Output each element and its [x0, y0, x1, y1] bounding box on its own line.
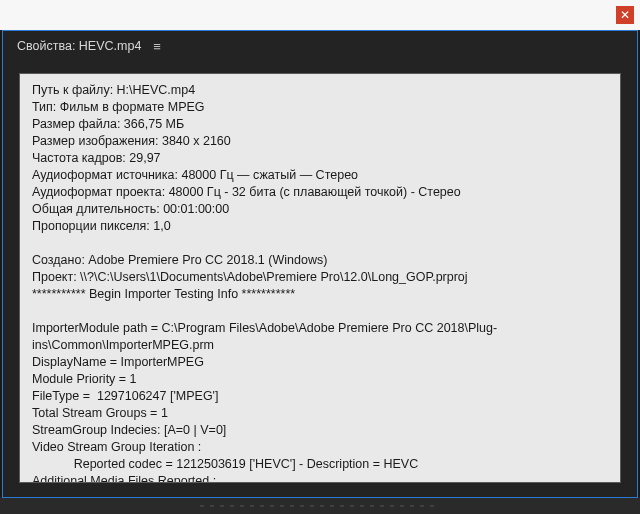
properties-box: Путь к файлу: H:\HEVC.mp4Тип: Фильм в фо… [19, 73, 621, 483]
property-line: ImporterModule path = C:\Program Files\A… [32, 320, 608, 354]
property-line: Тип: Фильм в формате MPEG [32, 99, 608, 116]
panel-title: Свойства: HEVC.mp4 [17, 39, 141, 53]
panel-header: Свойства: HEVC.mp4 ≡ [3, 31, 637, 61]
property-line: Частота кадров: 29,97 [32, 150, 608, 167]
property-line: Размер файла: 366,75 МБ [32, 116, 608, 133]
property-line: Путь к файлу: H:\HEVC.mp4 [32, 82, 608, 99]
property-line: Module Priority = 1 [32, 371, 608, 388]
property-line [32, 303, 608, 320]
property-line: Total Stream Groups = 1 [32, 405, 608, 422]
property-line: StreamGroup Indecies: [A=0 | V=0] [32, 422, 608, 439]
property-line: Аудиоформат источника: 48000 Гц — сжатый… [32, 167, 608, 184]
property-line: Пропорции пикселя: 1,0 [32, 218, 608, 235]
property-line: Video Stream Group Iteration : [32, 439, 608, 456]
property-line: Общая длительность: 00:01:00:00 [32, 201, 608, 218]
properties-panel: Свойства: HEVC.mp4 ≡ Путь к файлу: H:\HE… [2, 30, 638, 498]
properties-text[interactable]: Путь к файлу: H:\HEVC.mp4Тип: Фильм в фо… [20, 74, 620, 482]
app-top-bar: ✕ [0, 0, 640, 30]
property-line: Проект: \\?\C:\Users\1\Documents\Adobe\P… [32, 269, 608, 286]
close-button[interactable]: ✕ [616, 6, 634, 24]
property-line: Аудиоформат проекта: 48000 Гц - 32 бита … [32, 184, 608, 201]
footer-strip [0, 498, 640, 514]
panel-menu-icon[interactable]: ≡ [153, 39, 161, 54]
property-line: Размер изображения: 3840 x 2160 [32, 133, 608, 150]
property-line [32, 235, 608, 252]
property-line: Reported codec = 1212503619 ['HEVC'] - D… [32, 456, 608, 473]
property-line: DisplayName = ImporterMPEG [32, 354, 608, 371]
property-line: *********** Begin Importer Testing Info … [32, 286, 608, 303]
property-line: Создано: Adobe Premiere Pro CC 2018.1 (W… [32, 252, 608, 269]
property-line: FileType = 1297106247 ['MPEG'] [32, 388, 608, 405]
property-line: Additional Media Files Reported : [32, 473, 608, 482]
